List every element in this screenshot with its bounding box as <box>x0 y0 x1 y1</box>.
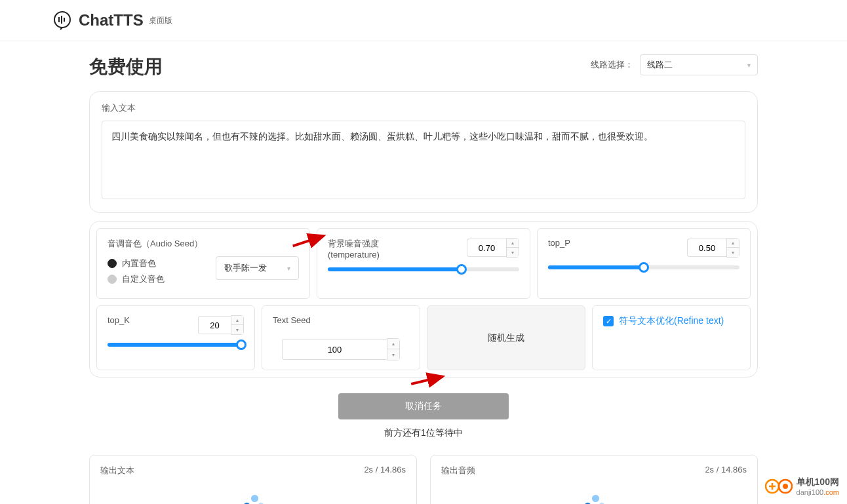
temperature-input[interactable] <box>467 239 506 257</box>
stepper-up-icon[interactable]: ▴ <box>387 339 399 349</box>
top-p-label: top_P <box>548 238 570 248</box>
stepper-down-icon[interactable]: ▾ <box>387 349 399 360</box>
temperature-number-box: ▴ ▾ <box>467 238 519 258</box>
slider-thumb[interactable] <box>639 262 649 273</box>
refine-text-checkbox-row[interactable]: ✓ 符号文本优化(Refine text) <box>603 315 739 327</box>
page-title: 免费使用 <box>89 54 163 79</box>
text-seed-label: Text Seed <box>273 315 409 325</box>
random-generate-label: 随机生成 <box>488 332 524 344</box>
header-row: 免费使用 线路选择： 线路二 ▾ <box>89 54 758 79</box>
stepper-down-icon[interactable]: ▾ <box>507 248 519 257</box>
svg-point-12 <box>783 484 788 489</box>
radio-builtin-voice[interactable]: 内置音色 <box>108 258 203 269</box>
logo-icon <box>52 10 72 30</box>
route-label: 线路选择： <box>591 59 633 71</box>
radio-custom-label: 自定义音色 <box>122 273 165 285</box>
temperature-panel: 背景噪音强度(temperature) ▴ ▾ <box>317 228 530 299</box>
temperature-label: 背景噪音强度(temperature) <box>328 238 406 260</box>
top-p-stepper[interactable]: ▴ ▾ <box>726 238 739 258</box>
svg-rect-3 <box>64 18 65 22</box>
output-text-label: 输出文本 <box>100 465 134 476</box>
checkbox-checked-icon[interactable]: ✓ <box>603 316 614 326</box>
output-audio-card: 输出音频 2s / 14.86s <box>430 455 758 504</box>
brand-sub: 桌面版 <box>149 15 172 26</box>
radio-dot-selected-icon <box>108 259 117 268</box>
radio-custom-voice[interactable]: 自定义音色 <box>108 273 203 285</box>
top-k-stepper[interactable]: ▴ ▾ <box>231 315 244 335</box>
radio-dot-unselected-icon <box>108 275 117 284</box>
voice-panel: 音调音色（Audio Seed） 内置音色 自定义音色 <box>96 228 310 299</box>
top-p-panel: top_P ▴ ▾ <box>537 228 751 299</box>
top-k-number-box: ▴ ▾ <box>198 315 244 335</box>
temperature-stepper[interactable]: ▴ ▾ <box>506 238 519 258</box>
route-select[interactable]: 线路二 ▾ <box>640 54 758 75</box>
input-text-label: 输入文本 <box>102 102 745 114</box>
top-p-number-box: ▴ ▾ <box>687 238 739 258</box>
text-input[interactable]: 四川美食确实以辣闻名，但也有不辣的选择。比如甜水面、赖汤圆、蛋烘糕、叶儿粑等，这… <box>102 121 745 199</box>
input-text-card: 输入文本 四川美食确实以辣闻名，但也有不辣的选择。比如甜水面、赖汤圆、蛋烘糕、叶… <box>89 91 758 213</box>
text-seed-stepper[interactable]: ▴ ▾ <box>387 338 400 360</box>
cancel-task-button[interactable]: 取消任务 <box>338 393 509 419</box>
text-seed-panel: Text Seed ▴ ▾ <box>262 305 420 370</box>
output-audio-timing: 2s / 14.86s <box>705 465 747 476</box>
voice-selected-value: 歌手陈一发 <box>224 262 267 274</box>
stepper-up-icon[interactable]: ▴ <box>231 316 243 325</box>
output-audio-label: 输出音频 <box>441 465 475 476</box>
svg-rect-2 <box>61 16 62 24</box>
waiting-text: 前方还有1位等待中 <box>89 427 758 439</box>
refine-text-label: 符号文本优化(Refine text) <box>619 315 724 327</box>
output-text-timing: 2s / 14.86s <box>364 465 406 476</box>
voice-select[interactable]: 歌手陈一发 ▾ <box>216 256 299 280</box>
stepper-down-icon[interactable]: ▾ <box>727 248 739 257</box>
loading-spinner-icon <box>240 492 266 504</box>
chevron-down-icon: ▾ <box>287 265 290 272</box>
temperature-slider[interactable] <box>328 267 519 271</box>
random-generate-button[interactable]: 随机生成 <box>427 305 585 370</box>
slider-fill <box>328 267 462 271</box>
output-text-card: 输出文本 2s / 14.86s <box>89 455 417 504</box>
main-container: 免费使用 线路选择： 线路二 ▾ 输入文本 四川美食确实以辣闻名，但也有不辣的选… <box>76 41 771 504</box>
top-p-input[interactable] <box>687 239 726 257</box>
loading-spinner-icon <box>581 492 607 504</box>
top-k-slider[interactable] <box>108 343 244 347</box>
brand-name: ChatTTS <box>79 11 144 29</box>
stepper-up-icon[interactable]: ▴ <box>727 239 739 248</box>
watermark-url: danji100.com <box>797 488 839 496</box>
slider-thumb[interactable] <box>456 264 467 275</box>
top-k-input[interactable] <box>198 316 231 334</box>
top-k-panel: top_K ▴ ▾ <box>96 305 255 370</box>
top-k-label: top_K <box>108 315 130 325</box>
svg-rect-1 <box>58 17 60 22</box>
voice-label: 音调音色（Audio Seed） <box>108 238 203 250</box>
watermark: 单机100网 danji100.com <box>765 476 839 496</box>
watermark-brand: 单机100网 <box>797 476 839 488</box>
slider-fill <box>548 265 644 269</box>
refine-text-panel: ✓ 符号文本优化(Refine text) <box>592 305 751 370</box>
voice-radio-group: 内置音色 自定义音色 <box>108 258 203 285</box>
topbar: ChatTTS 桌面版 <box>0 0 847 41</box>
stepper-down-icon[interactable]: ▾ <box>231 325 243 334</box>
slider-thumb[interactable] <box>236 339 246 350</box>
radio-builtin-label: 内置音色 <box>122 258 156 269</box>
watermark-icon <box>765 477 793 495</box>
route-selected: 线路二 <box>647 59 673 71</box>
text-seed-input[interactable] <box>282 339 387 360</box>
slider-fill <box>108 343 241 347</box>
output-row: 输出文本 2s / 14.86s 输出音频 2s / 14.86s <box>89 455 758 504</box>
chevron-down-icon: ▾ <box>747 62 751 69</box>
route-selector-box: 线路选择： 线路二 ▾ <box>591 54 758 75</box>
params-card: 音调音色（Audio Seed） 内置音色 自定义音色 <box>89 221 758 378</box>
stepper-up-icon[interactable]: ▴ <box>507 239 519 248</box>
top-p-slider[interactable] <box>548 265 739 269</box>
